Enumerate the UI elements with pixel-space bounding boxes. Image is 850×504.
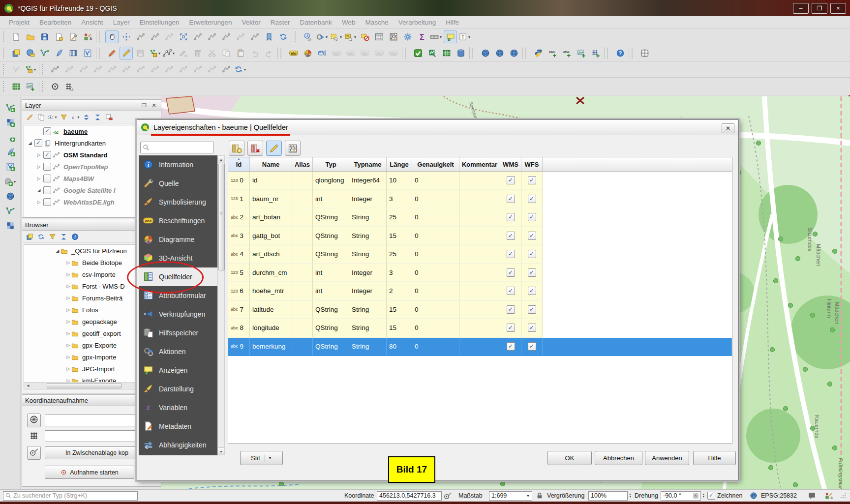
measure-icon[interactable]: ▼ <box>429 30 443 43</box>
menu-item-datenbank[interactable]: Datenbank <box>295 17 337 28</box>
wfs-checkbox[interactable]: ✓ <box>528 342 536 351</box>
spinner-arrows-icon[interactable]: ▲▼ <box>702 493 705 498</box>
crs-globe-icon[interactable] <box>750 491 759 501</box>
column-header-wms[interactable]: WMS <box>500 157 521 171</box>
open-layer-styling-icon[interactable] <box>25 112 35 122</box>
processing-tasks-icon[interactable]: a <box>824 491 836 501</box>
layer-panel-header[interactable]: Layer ❐ ✕ <box>22 100 161 111</box>
new-raster-layer-icon[interactable] <box>3 116 17 129</box>
check-geometries-icon[interactable] <box>411 47 425 59</box>
column-header-genauigkeit[interactable]: Genauigkeit <box>412 157 459 171</box>
expand-expander-icon[interactable]: ▷ <box>65 331 71 336</box>
refresh-map-icon[interactable] <box>276 30 290 43</box>
help-icon[interactable]: ? <box>613 47 627 59</box>
wms-checkbox[interactable]: ✓ <box>507 213 515 221</box>
crosshair-icon[interactable] <box>638 47 651 59</box>
new-virtual-layer-icon[interactable] <box>3 160 17 173</box>
new-shapefile-icon[interactable] <box>38 47 51 59</box>
grid-export-icon[interactable] <box>589 47 602 59</box>
wms-checkbox[interactable]: ✓ <box>507 324 515 332</box>
layer-visibility-checkbox[interactable] <box>43 175 51 182</box>
new-memory-layer-icon[interactable] <box>81 47 94 59</box>
wfs-checkbox[interactable]: ✓ <box>528 287 536 295</box>
menu-item-hilfe[interactable]: Hilfe <box>441 17 464 28</box>
expand-expander-icon[interactable]: ▷ <box>65 343 71 348</box>
style-manager-icon[interactable]: a <box>81 30 94 43</box>
new-spatialite-layer-icon[interactable]: , <box>3 131 17 144</box>
redo-icon[interactable] <box>262 47 275 59</box>
minimize-button[interactable]: – <box>793 3 809 14</box>
new-geopackage-icon[interactable] <box>52 47 65 59</box>
text-annotation-icon[interactable]: T▼ <box>458 30 471 43</box>
field-row-art_botan[interactable]: abc2art_botanQStringString250✓✓ <box>228 208 732 227</box>
expand-all-icon[interactable] <box>81 112 91 122</box>
expand-expander-icon[interactable]: ▷ <box>65 296 71 300</box>
sidebar-item-darstellung[interactable]: Darstellung <box>139 380 217 398</box>
rotate-feature-icon[interactable] <box>205 63 218 76</box>
image-export-icon[interactable] <box>575 47 588 59</box>
rotate-symbols-icon[interactable]: ▼ <box>234 63 247 76</box>
zoom-last-icon[interactable] <box>219 30 233 43</box>
open-attribute-table-icon[interactable] <box>372 30 386 43</box>
show-properties-icon[interactable]: i <box>70 232 80 241</box>
open-project-icon[interactable] <box>24 30 37 43</box>
field-row-longitude[interactable]: abc8longitudeQStringString150✓✓ <box>228 319 732 338</box>
add-selected-layers-icon[interactable] <box>25 232 35 241</box>
processing-options-icon[interactable] <box>401 30 414 43</box>
save-project-icon[interactable] <box>38 30 51 43</box>
coordinate-field[interactable]: 456213.0,5427716.3 <box>377 491 442 501</box>
zoom-to-layer-icon[interactable] <box>205 30 218 43</box>
expand-expander-icon[interactable]: ▷ <box>36 176 42 181</box>
trim-extend-icon[interactable] <box>219 63 233 76</box>
add-part-icon[interactable] <box>62 63 76 76</box>
layer-visibility-checkbox[interactable]: ✓ <box>43 127 51 135</box>
crs-coordinate-icon[interactable] <box>27 414 41 427</box>
remove-layer-icon[interactable] <box>104 112 114 122</box>
layer-visibility-checkbox[interactable]: ✓ <box>34 139 42 147</box>
zoom-to-selection-icon[interactable] <box>191 30 204 43</box>
delete-selected-icon[interactable] <box>191 47 204 59</box>
paste-features-icon[interactable] <box>234 47 247 59</box>
wms-checkbox[interactable]: ✓ <box>507 250 515 258</box>
column-header-name[interactable]: Name <box>250 157 292 171</box>
add-group-icon[interactable] <box>36 112 46 122</box>
copy-to-clipboard-button[interactable]: In Zwischenablage kop <box>45 446 149 459</box>
column-header-typname[interactable]: Typname <box>349 157 387 171</box>
offset-curve-icon[interactable] <box>134 63 147 76</box>
add-mesh-layer-icon[interactable] <box>3 219 17 232</box>
anwenden-button[interactable]: Anwenden <box>645 451 689 465</box>
manage-visibility-icon[interactable]: ▼ <box>47 112 58 122</box>
menu-item-bearbeiten[interactable]: Bearbeiten <box>34 17 76 28</box>
sidebar-item-quelle[interactable]: Quelle <box>139 174 217 193</box>
field-calculator-icon[interactable] <box>387 30 400 43</box>
kml-export-icon[interactable]: KML <box>546 47 559 59</box>
show-bookmarks-icon[interactable] <box>262 30 275 43</box>
sidebar-item-abhngigkeiten[interactable]: Abhängigkeiten <box>139 436 217 454</box>
scroll-down-icon[interactable]: ▼ <box>218 447 224 455</box>
scroll-left-icon[interactable]: ◄ <box>26 384 30 388</box>
wms-checkbox[interactable]: ✓ <box>507 287 515 295</box>
ok-button[interactable]: OK <box>547 451 592 465</box>
style-button[interactable]: Stil ▼ <box>240 451 283 465</box>
collapse-expander-icon[interactable]: ◢ <box>36 188 42 193</box>
undo-icon[interactable] <box>248 47 261 59</box>
georef-target-icon[interactable] <box>48 80 61 93</box>
add-ring-icon[interactable] <box>48 63 61 76</box>
resize-grip[interactable] <box>840 491 847 501</box>
layer-diagram-icon[interactable] <box>301 47 314 59</box>
add-vector-layer-icon[interactable] <box>3 205 17 217</box>
sidebar-item-beschriftungen[interactable]: abcBeschriftungen <box>139 211 217 230</box>
vertex-tool-icon[interactable]: ▼ <box>162 47 176 59</box>
sidebar-item-metadaten[interactable]: Metadaten <box>139 417 217 436</box>
pan-map-icon[interactable] <box>105 30 119 43</box>
sidebar-item-verknpfungen[interactable]: Verknüpfungen <box>139 305 217 324</box>
track-mouse-icon[interactable] <box>27 446 41 460</box>
menu-item-projekt[interactable]: Projekt <box>4 17 34 28</box>
dialog-search-input[interactable] <box>150 144 228 151</box>
dialog-close-button[interactable]: ✕ <box>722 123 734 133</box>
wms-checkbox[interactable]: ✓ <box>507 268 515 277</box>
expand-expander-icon[interactable]: ▷ <box>36 200 42 205</box>
expand-expander-icon[interactable]: ▷ <box>65 260 71 265</box>
labeling-options-icon[interactable]: ab <box>315 47 329 59</box>
deselect-features-icon[interactable] <box>358 30 371 43</box>
